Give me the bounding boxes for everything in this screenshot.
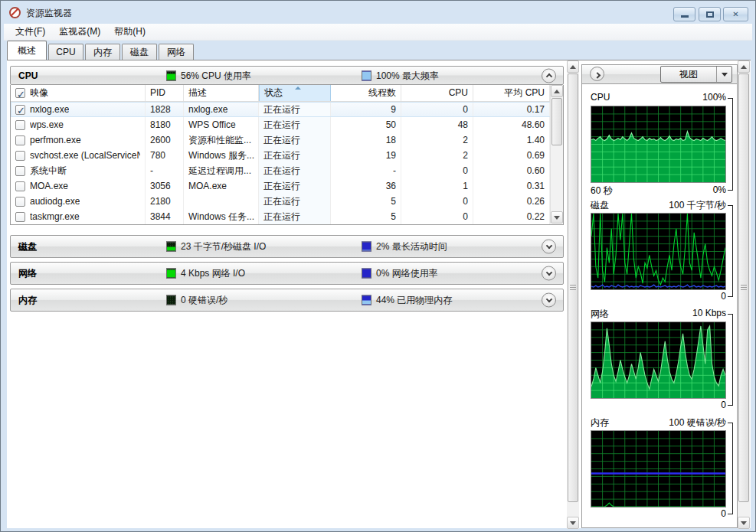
cpu-graph-title: CPU <box>591 92 610 104</box>
network-graph <box>591 321 726 399</box>
main-scroll-down-button[interactable] <box>567 517 579 529</box>
network-expand-button[interactable] <box>542 266 556 281</box>
tab-disk[interactable]: 磁盘 <box>122 44 157 60</box>
table-scroll-up-button[interactable] <box>551 85 563 97</box>
row-checkbox[interactable] <box>15 181 25 191</box>
process-status: 正在运行 <box>259 178 331 194</box>
process-image-name: MOA.exe <box>30 178 68 194</box>
table-scrollbar[interactable] <box>550 85 563 224</box>
table-scrollbar-thumb[interactable] <box>551 98 562 145</box>
memory-graph-title: 内存 <box>591 416 609 429</box>
close-icon: ✕ <box>732 10 738 18</box>
cpu-frequency-label: 100% 最大频率 <box>376 69 439 82</box>
process-avg-cpu: 0.69 <box>473 148 550 163</box>
column-header-avg-cpu[interactable]: 平均 CPU <box>473 85 550 101</box>
table-row[interactable]: audiodg.exe 2180 正在运行 5 0 0.26 <box>11 194 563 209</box>
table-row[interactable]: nxlog.exe 1828 nxlog.exe 正在运行 9 0 0.17 <box>11 102 563 117</box>
pane-collapse-button[interactable] <box>590 67 604 81</box>
row-checkbox[interactable] <box>15 212 25 222</box>
process-cpu: 0 <box>401 163 473 178</box>
main-scroll-up-button[interactable] <box>567 60 579 73</box>
table-row[interactable]: 系统中断 - 延迟过程调用... 正在运行 - 0 0.60 <box>11 163 563 178</box>
table-row[interactable]: taskmgr.exe 3844 Windows 任务... 正在运行 5 0 … <box>11 209 563 224</box>
row-checkbox[interactable] <box>15 166 25 176</box>
tab-overview[interactable]: 概述 <box>7 41 47 60</box>
process-description: Windows 服务... <box>184 148 259 163</box>
chevron-down-icon <box>545 242 551 248</box>
disk-expand-button[interactable] <box>542 240 556 254</box>
menu-help[interactable]: 帮助(H) <box>107 24 152 40</box>
column-header-image[interactable]: 映像 <box>11 85 146 101</box>
process-pid: 3844 <box>146 209 184 224</box>
column-header-status[interactable]: 状态 <box>259 85 331 101</box>
disk-graph <box>591 213 726 290</box>
process-threads: 5 <box>331 194 401 209</box>
table-row[interactable]: perfmon.exe 2600 资源和性能监... 正在运行 18 2 1.4… <box>11 132 563 148</box>
maximize-icon <box>706 11 714 18</box>
menu-file[interactable]: 文件(F) <box>8 24 52 40</box>
process-pid: 3056 <box>146 178 184 194</box>
graphs-scroll-up-button[interactable] <box>738 60 750 73</box>
network-graph-title: 网络 <box>591 308 609 320</box>
process-description: 资源和性能监... <box>184 132 259 148</box>
process-cpu: 0 <box>401 209 473 224</box>
process-status: 正在运行 <box>259 209 331 224</box>
menu-monitor[interactable]: 监视器(M) <box>52 24 107 40</box>
graphs-pane-header: 视图 <box>582 65 737 84</box>
network-scale-bracket <box>728 314 733 406</box>
process-cpu: 0 <box>401 194 473 209</box>
chevron-right-icon <box>594 72 600 78</box>
process-description: MOA.exe <box>184 178 259 194</box>
table-row[interactable]: MOA.exe 3056 MOA.exe 正在运行 36 1 0.31 <box>11 178 563 194</box>
process-threads: 50 <box>331 117 401 132</box>
row-checkbox[interactable] <box>15 197 25 207</box>
row-checkbox[interactable] <box>15 151 25 161</box>
disk-graph-max-label: 100 千字节/秒 <box>669 199 726 211</box>
main-scrollbar-thumb[interactable] <box>568 73 578 502</box>
column-header-threads[interactable]: 线程数 <box>331 85 401 101</box>
network-section-header[interactable]: 网络 4 Kbps 网络 I/O 0% 网络使用率 <box>10 262 564 285</box>
tab-network[interactable]: 网络 <box>159 44 194 60</box>
column-header-cpu[interactable]: CPU <box>401 85 473 101</box>
tab-cpu[interactable]: CPU <box>48 44 83 60</box>
table-scroll-down-button[interactable] <box>551 211 563 224</box>
process-description: 延迟过程调用... <box>184 163 259 178</box>
network-usage-label: 0% 网络使用率 <box>376 267 438 280</box>
close-button[interactable]: ✕ <box>723 7 748 21</box>
row-checkbox[interactable] <box>15 120 25 130</box>
chevron-up-icon <box>545 73 551 80</box>
graphs-scrollbar-thumb[interactable] <box>738 73 749 502</box>
column-header-description[interactable]: 描述 <box>184 85 259 101</box>
table-row[interactable]: svchost.exe (LocalServiceN... 780 Window… <box>11 148 563 163</box>
row-checkbox[interactable] <box>15 105 25 115</box>
cpu-collapse-button[interactable] <box>542 68 556 83</box>
minimize-button[interactable] <box>673 7 695 21</box>
network-graph-max-label: 10 Kbps <box>692 308 726 320</box>
view-dropdown-button[interactable]: 视图 <box>660 66 732 83</box>
process-avg-cpu: 48.60 <box>473 117 550 132</box>
cpu-section-header[interactable]: CPU 56% CPU 使用率 100% 最大频率 <box>10 66 564 85</box>
process-description: Windows 任务... <box>184 209 259 224</box>
memory-section-header[interactable]: 内存 0 硬错误/秒 44% 已用物理内存 <box>10 289 564 312</box>
graphs-scroll-down-button[interactable] <box>738 517 750 529</box>
main-scrollbar[interactable] <box>567 60 579 529</box>
memory-expand-button[interactable] <box>542 293 556 308</box>
column-header-pid[interactable]: PID <box>146 85 184 101</box>
disk-io-label: 23 千字节/秒磁盘 I/O <box>181 240 266 253</box>
scrollbar-down-icon <box>554 216 560 220</box>
title-bar[interactable]: 资源监视器 ✕ <box>1 1 755 24</box>
process-threads: 5 <box>331 209 401 224</box>
disk-section-header[interactable]: 磁盘 23 千字节/秒磁盘 I/O 2% 最长活动时间 <box>10 235 564 258</box>
graphs-scrollbar[interactable] <box>738 60 750 529</box>
view-dropdown-arrow[interactable] <box>716 67 731 82</box>
table-row[interactable]: wps.exe 8180 WPS Office 正在运行 50 48 48.60 <box>11 117 563 132</box>
process-status: 正在运行 <box>259 102 331 117</box>
process-pid: 8180 <box>146 117 184 132</box>
process-avg-cpu: 0.31 <box>473 178 550 194</box>
row-checkbox[interactable] <box>15 135 25 145</box>
tab-memory[interactable]: 内存 <box>85 44 120 60</box>
maximize-button[interactable] <box>699 7 721 21</box>
select-all-checkbox[interactable] <box>15 88 25 98</box>
memory-graph-max-label: 100 硬错误/秒 <box>669 416 726 429</box>
overview-content: CPU 56% CPU 使用率 100% 最大频率 映像 PID 描述 <box>7 60 751 528</box>
